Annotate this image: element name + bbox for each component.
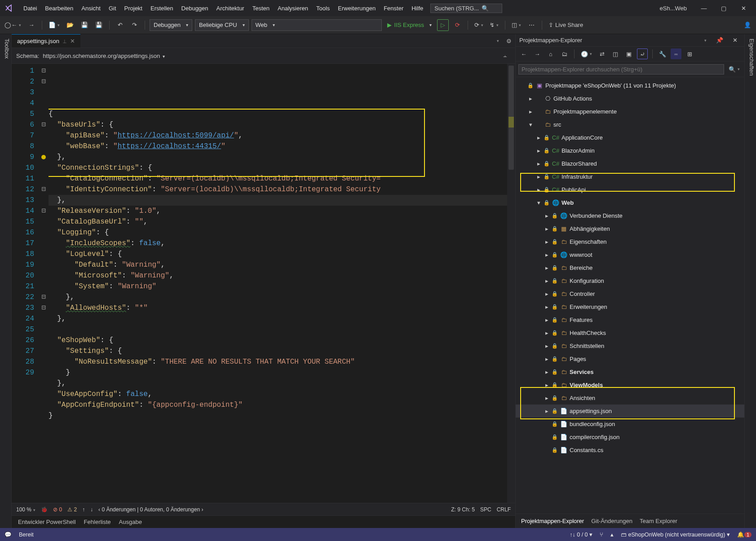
home-button[interactable]: ⌂ [545,48,556,59]
platform-dropdown[interactable]: Beliebige CPU [195,19,249,31]
editor-settings-icon[interactable]: ⚙ [503,38,515,44]
menu-tools[interactable]: Tools [313,3,333,13]
tree-row[interactable]: 🔒🗀Features [516,313,744,326]
bottom-tab[interactable]: Ausgabe [118,517,143,527]
tree-row[interactable]: 🔒🌐wwwroot [516,248,744,261]
menu-debuggen[interactable]: Debuggen [178,3,212,13]
tree-row[interactable]: 🔒🗀Schnittstellen [516,339,744,352]
tab-appsettings[interactable]: appsettings.json ⟂ ✕ [12,34,80,48]
tree-row[interactable]: 🔒🗀Controller [516,287,744,300]
comment-icon[interactable]: 💬 [4,531,12,538]
account-button[interactable]: 👤 [742,19,753,31]
live-share-button[interactable]: ⇪ Live Share [547,19,585,31]
error-count[interactable]: ⊘ 0 [53,506,62,513]
group-button[interactable]: ⊞ [684,48,695,59]
run-no-debug-button[interactable]: ▷ [437,19,449,31]
code-editor[interactable]: 1234567891011121314151617181920212223242… [12,64,515,503]
close-button[interactable]: ✕ [734,1,753,15]
tree-row[interactable]: 🔒🌐Verbundene Dienste [516,209,744,222]
tree-row[interactable]: 🔒📄bundleconfig.json [516,418,744,431]
tree-row[interactable]: 🔒🗀Erweiterungen [516,300,744,313]
repo-status[interactable]: 🗃 eShopOnWeb (nicht vertrauenswürdig) ▾ [621,531,730,538]
extras-button[interactable]: ⋯ [526,19,537,31]
redo-button[interactable]: ↷ [128,19,140,31]
panel-search-input[interactable] [518,64,724,75]
refresh-button[interactable]: ⤾ [637,48,648,59]
tree-row[interactable]: 🔒C#PublicApi [516,183,744,196]
pin-icon[interactable]: ⟂ [63,38,66,44]
menu-erstellen[interactable]: Erstellen [147,3,177,13]
menu-architektur[interactable]: Architektur [213,3,248,13]
menu-analysieren[interactable]: Analysieren [274,3,312,13]
warning-count[interactable]: ⚠ 2 [67,506,77,513]
notifications-button[interactable]: 🔔1 [737,531,752,538]
menu-bearbeiten[interactable]: Bearbeiten [41,3,77,13]
tree-row[interactable]: 🔒🗀Services [516,365,744,378]
tree-row[interactable]: 🗀Projektmappenelemente [516,105,744,118]
maximize-button[interactable]: ▢ [714,1,734,15]
menu-hilfe[interactable]: Hilfe [408,3,427,13]
panel-footer-tab[interactable]: Projektmappen-Explorer [520,516,585,526]
properties-collapsed-tab[interactable]: Eigenschaften [744,34,756,528]
git-icon[interactable]: ⑂ [600,532,603,538]
menu-datei[interactable]: Datei [20,3,40,13]
tree-row[interactable]: 🔒▣Projektmappe 'eShopOnWeb' (11 von 11 P… [516,79,744,92]
schema-split-icon[interactable]: ⫠ [499,50,511,62]
tree-row[interactable]: 🔒C#ApplicationCore [516,131,744,144]
bug-icon[interactable]: 🐞 [41,506,48,513]
nav-fwd-button[interactable]: → [26,19,37,31]
fwd-button[interactable]: → [532,48,543,59]
tree-row[interactable]: 🔒📄appsettings.json [516,405,744,418]
history-button[interactable]: 🕘 [579,48,594,59]
panel-footer-tab[interactable]: Git-Änderungen [590,516,633,526]
properties-button[interactable]: 🔧 [657,48,668,59]
tree-row[interactable]: 🔒📄Constants.cs [516,444,744,457]
tree-row[interactable]: 🔒C#Infrastruktur [516,170,744,183]
show-all-button[interactable]: ▣ [623,48,634,59]
menu-erweiterungen[interactable]: Erweiterungen [334,3,379,13]
global-search[interactable]: Suchen (STRG... 🔍 [430,4,502,13]
tree-row[interactable]: 🔒C#BlazorShared [516,157,744,170]
bottom-tab[interactable]: Fehlerliste [83,517,112,527]
cursor-position[interactable]: Z: 9 Ch: 5 [451,506,475,513]
menu-fenster[interactable]: Fenster [380,3,407,13]
undo-button[interactable]: ↶ [114,19,126,31]
panel-search-button[interactable]: 🔍 [727,63,742,75]
back-button[interactable]: ← [518,48,529,59]
zoom-level[interactable]: 100 % [16,506,35,513]
panel-footer-tab[interactable]: Team Explorer [639,516,678,526]
tree-row[interactable]: 🔒C#BlazorAdmin [516,144,744,157]
tree-row[interactable]: 🔒🗀ViewModels [516,378,744,391]
menu-ansicht[interactable]: Ansicht [78,3,104,13]
open-button[interactable]: 📂 [64,19,76,31]
solution-tree[interactable]: 🔒▣Projektmappe 'eShopOnWeb' (11 von 11 P… [516,77,744,514]
config-dropdown[interactable]: Debuggen [150,19,192,31]
hot-reload-button[interactable]: ⟳ [451,19,463,31]
startup-project-dropdown[interactable]: Web [252,19,382,31]
tree-row[interactable]: 🔒🗀Ansichten [516,391,744,405]
panel-options-button[interactable] [699,35,710,46]
nav-counter[interactable]: ↑↓ 0 / 0 ▾ [570,531,592,538]
tabs-overflow-button[interactable] [491,35,503,47]
nav-back-button[interactable]: ◯← [3,19,23,31]
toolbox-collapsed-tab[interactable]: Toolbox [0,34,12,528]
tree-row[interactable]: 🗀src [516,118,744,131]
menu-git[interactable]: Git [105,3,120,13]
tree-row[interactable]: 🔒🌐Web [516,196,744,209]
panel-close-icon[interactable]: ✕ [729,35,741,46]
scrollbar-vertical[interactable] [507,64,515,503]
tree-row[interactable]: 🔒🗀Eigenschaften [516,235,744,248]
switch-button[interactable]: ⇄ [597,48,607,59]
indent-mode[interactable]: SPC [480,506,491,513]
minimize-button[interactable]: — [694,1,714,15]
nav-down-icon[interactable]: ↓ [90,506,93,513]
schema-url[interactable]: https://json.schemastore.org/appsettings… [43,53,495,59]
window-layout-button[interactable]: ◫ [510,19,523,31]
tree-row[interactable]: 🔒🗀Pages [516,352,744,365]
browser-link-button[interactable]: ↯ [488,19,500,31]
save-all-button[interactable]: 💾 [93,19,105,31]
menu-projekt[interactable]: Projekt [121,3,146,13]
menu-testen[interactable]: Testen [249,3,273,13]
tree-row[interactable]: 🔒🗀HealthChecks [516,326,744,339]
restart-button[interactable]: ⟳ [473,19,485,31]
